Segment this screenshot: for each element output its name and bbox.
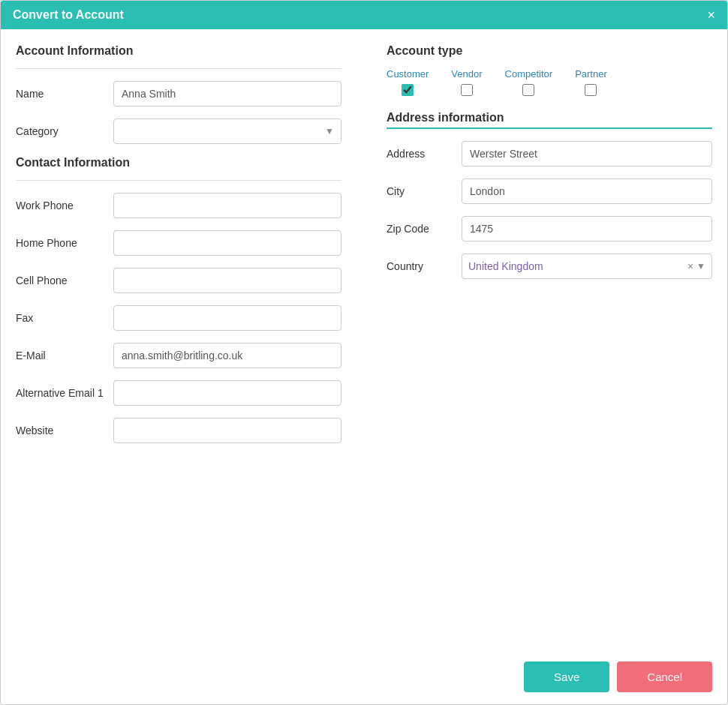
account-type-title: Account type [387, 44, 712, 58]
address-row: Address [387, 141, 712, 166]
name-input[interactable] [113, 81, 341, 106]
left-panel: Account Information Name Category ▼ Co [16, 44, 356, 642]
website-label: Website [16, 424, 113, 436]
work-phone-input[interactable] [113, 193, 341, 218]
contact-info-title: Contact Information [16, 156, 341, 170]
contact-info-divider [16, 180, 341, 181]
category-select[interactable] [113, 118, 341, 144]
modal-footer: Save Cancel [1, 650, 727, 704]
home-phone-input[interactable] [113, 230, 341, 256]
city-label: City [387, 185, 462, 197]
address-info-divider [387, 128, 712, 129]
modal-header: Convert to Account × [1, 1, 727, 29]
contact-section: Contact Information Work Phone Home Phon… [16, 156, 341, 443]
modal-body: Account Information Name Category ▼ Co [1, 29, 727, 650]
competitor-label: Competitor [505, 68, 553, 80]
modal-title: Convert to Account [13, 8, 124, 22]
address-info-title: Address information [387, 111, 712, 124]
zip-label: Zip Code [387, 223, 462, 235]
category-row: Category ▼ [16, 118, 341, 144]
right-panel: Account type Customer Vendor Competitor [372, 44, 712, 642]
competitor-checkbox-item: Competitor [505, 68, 553, 96]
customer-checkbox[interactable] [402, 84, 414, 96]
vendor-checkbox-item: Vendor [451, 68, 482, 96]
partner-checkbox[interactable] [585, 84, 597, 96]
close-button[interactable]: × [707, 8, 715, 22]
partner-label: Partner [575, 68, 607, 80]
country-row: Country United Kingdom × ▼ [387, 254, 712, 279]
name-label: Name [16, 88, 113, 100]
home-phone-row: Home Phone [16, 230, 341, 256]
vendor-label: Vendor [451, 68, 482, 80]
country-select-wrapper[interactable]: United Kingdom × ▼ [462, 254, 712, 279]
email-input[interactable] [113, 343, 341, 368]
category-select-wrapper: ▼ [113, 118, 341, 144]
cell-phone-input[interactable] [113, 268, 341, 293]
country-value: United Kingdom [468, 254, 687, 278]
fax-row: Fax [16, 305, 341, 331]
name-row: Name [16, 81, 341, 106]
email-row: E-Mail [16, 343, 341, 368]
alt-email-input[interactable] [113, 380, 341, 406]
cancel-button[interactable]: Cancel [617, 662, 712, 692]
alt-email-label: Alternative Email 1 [16, 386, 113, 400]
address-section: Address information Address City Zip Cod… [387, 111, 712, 279]
category-label: Category [16, 125, 113, 137]
fax-label: Fax [16, 312, 113, 324]
email-label: E-Mail [16, 350, 113, 362]
vendor-checkbox[interactable] [461, 84, 473, 96]
alt-email-row: Alternative Email 1 [16, 380, 341, 406]
fax-input[interactable] [113, 305, 341, 331]
convert-to-account-modal: Convert to Account × Account Information… [0, 0, 728, 705]
cell-phone-label: Cell Phone [16, 274, 113, 286]
work-phone-label: Work Phone [16, 200, 113, 212]
work-phone-row: Work Phone [16, 193, 341, 218]
home-phone-label: Home Phone [16, 237, 113, 249]
customer-label: Customer [387, 68, 429, 80]
account-info-divider [16, 68, 341, 69]
competitor-checkbox[interactable] [522, 84, 534, 96]
account-info-title: Account Information [16, 44, 341, 58]
website-row: Website [16, 418, 341, 443]
address-label: Address [387, 148, 462, 160]
zip-input[interactable] [462, 216, 712, 242]
country-label: Country [387, 260, 462, 272]
account-type-section: Account type Customer Vendor Competitor [387, 44, 712, 96]
account-type-checkboxes: Customer Vendor Competitor Partner [387, 68, 712, 96]
city-input[interactable] [462, 178, 712, 204]
website-input[interactable] [113, 418, 341, 443]
zip-row: Zip Code [387, 216, 712, 242]
address-input[interactable] [462, 141, 712, 166]
city-row: City [387, 178, 712, 204]
country-clear-icon[interactable]: × [687, 260, 693, 272]
save-button[interactable]: Save [524, 662, 609, 692]
country-chevron-icon: ▼ [696, 261, 705, 272]
cell-phone-row: Cell Phone [16, 268, 341, 293]
customer-checkbox-item: Customer [387, 68, 429, 96]
partner-checkbox-item: Partner [575, 68, 607, 96]
